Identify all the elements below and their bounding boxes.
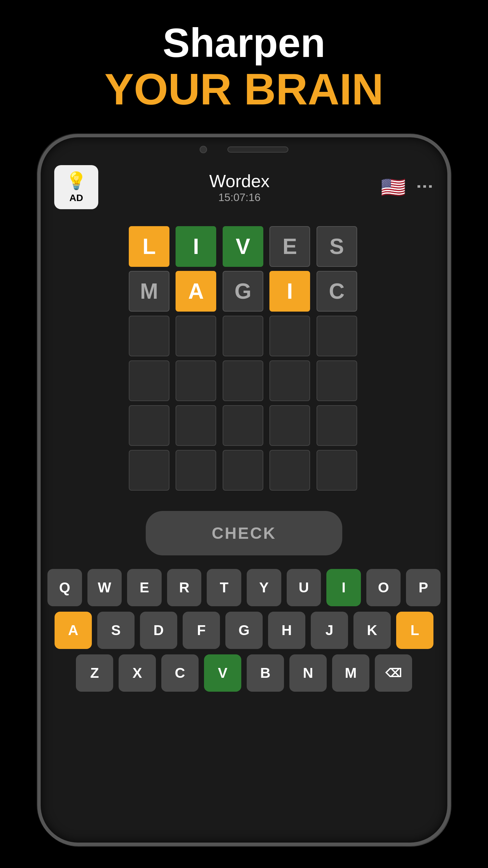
grid-cell-1-2: G — [223, 271, 263, 312]
grid-cell-1-1: A — [176, 271, 216, 312]
bulb-icon: 💡 — [66, 171, 87, 191]
grid-cell-2-0 — [129, 316, 169, 356]
phone-camera — [200, 146, 207, 153]
check-button[interactable]: CHECK — [146, 511, 342, 555]
keyboard-row-1: ASDFGHJKL — [47, 612, 441, 649]
grid-cell-3-3 — [269, 360, 310, 401]
key-backspace[interactable]: ⌫ — [375, 654, 412, 692]
key-Z[interactable]: Z — [76, 654, 113, 692]
key-I[interactable]: I — [326, 569, 361, 606]
key-U[interactable]: U — [287, 569, 321, 606]
grid-cell-3-0 — [129, 360, 169, 401]
flag-icon[interactable]: 🇺🇸 — [381, 175, 406, 199]
grid-cell-1-3: I — [269, 271, 310, 312]
promo-text: Sharpen YOUR BRAIN — [104, 20, 383, 114]
key-H[interactable]: H — [268, 612, 305, 649]
headline-line1: Sharpen — [104, 20, 383, 65]
key-L[interactable]: L — [396, 612, 433, 649]
grid-cell-0-3: E — [269, 226, 310, 267]
keyboard: QWERTYUIOPASDFGHJKLZXCVBNM⌫ — [41, 569, 447, 711]
grid-cell-4-2 — [223, 405, 263, 446]
grid-cell-4-1 — [176, 405, 216, 446]
key-G[interactable]: G — [225, 612, 263, 649]
key-X[interactable]: X — [119, 654, 156, 692]
phone-side-button — [447, 307, 451, 348]
header-center: Wordex 15:07:16 — [209, 171, 269, 204]
key-A[interactable]: A — [55, 612, 92, 649]
phone-top-bar — [41, 137, 447, 158]
keyboard-row-0: QWERTYUIOP — [47, 569, 441, 606]
key-C[interactable]: C — [161, 654, 199, 692]
check-button-wrapper: CHECK — [54, 511, 434, 555]
phone-speaker — [227, 146, 288, 153]
grid-cell-5-4 — [317, 450, 357, 491]
app-header: 💡 AD Wordex 15:07:16 🇺🇸 ⋮ — [54, 158, 434, 213]
key-R[interactable]: R — [167, 569, 202, 606]
grid-cell-5-1 — [176, 450, 216, 491]
menu-icon[interactable]: ⋮ — [415, 178, 435, 196]
grid-cell-5-0 — [129, 450, 169, 491]
key-Y[interactable]: Y — [247, 569, 281, 606]
key-M[interactable]: M — [332, 654, 369, 692]
grid-cell-1-4: C — [317, 271, 357, 312]
key-S[interactable]: S — [97, 612, 135, 649]
key-T[interactable]: T — [207, 569, 241, 606]
phone-frame: 💡 AD Wordex 15:07:16 🇺🇸 ⋮ LIVESMAGIC CHE… — [37, 134, 451, 846]
ad-button[interactable]: 💡 AD — [54, 165, 98, 209]
game-grid: LIVESMAGIC — [129, 226, 359, 491]
key-O[interactable]: O — [366, 569, 401, 606]
app-title: Wordex — [209, 171, 269, 191]
key-N[interactable]: N — [289, 654, 327, 692]
grid-cell-0-0: L — [129, 226, 169, 267]
key-V[interactable]: V — [204, 654, 241, 692]
grid-cell-2-4 — [317, 316, 357, 356]
grid-cell-3-1 — [176, 360, 216, 401]
key-K[interactable]: K — [353, 612, 391, 649]
app-content: 💡 AD Wordex 15:07:16 🇺🇸 ⋮ LIVESMAGIC CHE… — [41, 158, 447, 555]
phone-mockup: 💡 AD Wordex 15:07:16 🇺🇸 ⋮ LIVESMAGIC CHE… — [37, 134, 451, 846]
grid-cell-5-3 — [269, 450, 310, 491]
key-E[interactable]: E — [127, 569, 162, 606]
key-P[interactable]: P — [406, 569, 441, 606]
grid-cell-3-4 — [317, 360, 357, 401]
grid-cell-4-3 — [269, 405, 310, 446]
grid-cell-0-1: I — [176, 226, 216, 267]
grid-cell-3-2 — [223, 360, 263, 401]
headline-line2: YOUR BRAIN — [104, 65, 383, 114]
grid-cell-1-0: M — [129, 271, 169, 312]
grid-cell-2-2 — [223, 316, 263, 356]
grid-cell-0-4: S — [317, 226, 357, 267]
key-B[interactable]: B — [247, 654, 284, 692]
grid-cell-2-3 — [269, 316, 310, 356]
app-timer: 15:07:16 — [209, 191, 269, 204]
grid-cell-4-4 — [317, 405, 357, 446]
grid-cell-5-2 — [223, 450, 263, 491]
key-D[interactable]: D — [140, 612, 177, 649]
grid-cell-4-0 — [129, 405, 169, 446]
grid-cell-0-2: V — [223, 226, 263, 267]
ad-label: AD — [69, 193, 83, 203]
key-F[interactable]: F — [183, 612, 220, 649]
grid-cell-2-1 — [176, 316, 216, 356]
key-Q[interactable]: Q — [47, 569, 82, 606]
key-W[interactable]: W — [87, 569, 122, 606]
keyboard-row-2: ZXCVBNM⌫ — [47, 654, 441, 692]
key-J[interactable]: J — [311, 612, 348, 649]
header-right: 🇺🇸 ⋮ — [381, 175, 434, 199]
